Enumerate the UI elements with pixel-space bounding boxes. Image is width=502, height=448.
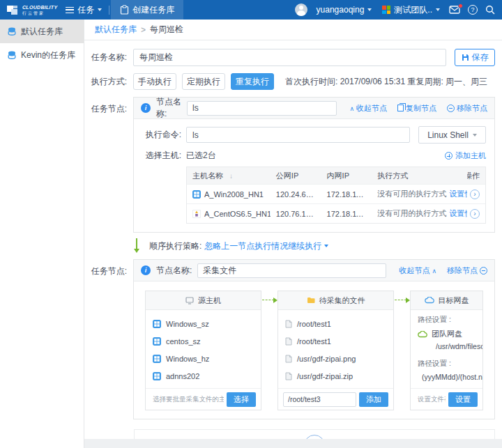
- command-input[interactable]: [186, 127, 410, 143]
- chevron-down-icon: [436, 8, 440, 11]
- help-button[interactable]: [468, 5, 478, 15]
- col-public-ip: 公网IP: [271, 171, 321, 181]
- sidebar-item-label: Kevin的任务库: [21, 49, 75, 61]
- user-menu[interactable]: yuangaoqing: [315, 0, 374, 20]
- file-pattern-row[interactable]: (yyyMMdd)/(host.name).zip: [418, 373, 476, 381]
- remove-node-link[interactable]: 移除节点: [447, 103, 487, 114]
- chevron-down-icon: [324, 245, 328, 247]
- schedule-text: 首次执行时间: 2017/09/06 15:31 重复周期: 周一、周三: [285, 76, 487, 88]
- add-host-link[interactable]: 添加主机: [445, 150, 486, 161]
- list-item[interactable]: Windows_hz: [153, 350, 254, 367]
- set-shortcut-link[interactable]: 设置快捷方式: [449, 189, 467, 199]
- go-circle-icon[interactable]: [470, 190, 480, 199]
- sidebar: 默认任务库 Kevin的任务库: [0, 20, 84, 448]
- target-drive-header: 目标网盘: [411, 291, 482, 310]
- logo-subtitle: 行云管家: [22, 11, 57, 15]
- node-2-name-input[interactable]: [197, 263, 386, 278]
- shell-select-value: Linux Shell: [427, 130, 469, 140]
- list-item[interactable]: /usr/gdf-zipai.zip: [285, 367, 386, 385]
- file-pattern: (yyyMMdd)/(host.name).zip: [422, 373, 482, 381]
- main-area: 默认任务库 > 每周巡检 任务名称: 保存 执行方式: [84, 20, 502, 448]
- list-item[interactable]: Windows_sz: [153, 315, 254, 332]
- file-icon: [285, 337, 292, 346]
- hint-text: 设置文件存放到网盘的路径: [418, 395, 446, 404]
- list-item[interactable]: /root/test1: [285, 315, 386, 332]
- list-item[interactable]: centos_sz: [153, 332, 254, 350]
- mode-repeat-button[interactable]: 重复执行: [231, 73, 274, 90]
- collapse-node-link[interactable]: 收起节点: [399, 265, 436, 276]
- messages-button[interactable]: [449, 6, 460, 14]
- col-private-ip: 内网IP: [321, 171, 372, 181]
- exec-mode-row: 执行方式: 手动执行 定期执行 重复执行 首次执行时间: 2017/09/06 …: [86, 73, 495, 90]
- target-drive-content: 路径设置 : 团队网盘: [411, 310, 482, 388]
- team-drive-row[interactable]: 团队网盘: [418, 329, 476, 339]
- breadcrumb-current: 每周巡检: [150, 24, 183, 36]
- database-icon: [8, 27, 16, 36]
- breadcrumb: 默认任务库 > 每周巡检: [84, 20, 502, 40]
- exec-mode-label: 执行方式:: [86, 76, 127, 88]
- host-name: A_Win2008_HN1: [204, 190, 264, 199]
- strategy-select[interactable]: 忽略上一节点执行情况继续执行: [204, 240, 328, 252]
- go-circle-icon[interactable]: [470, 209, 480, 219]
- task-name-input[interactable]: [133, 49, 446, 66]
- copy-node-link[interactable]: 复制节点: [397, 103, 436, 114]
- windows-os-icon: [153, 337, 161, 346]
- drive-path-row[interactable]: /usr/wdm/filescollect: [432, 342, 476, 350]
- right-arrow-green-icon: [261, 291, 277, 410]
- node-1-body: 执行命令: Linux Shell 选择主机: 已选2台: [134, 119, 494, 232]
- set-shortcut-link[interactable]: 设置快捷方式: [449, 208, 467, 219]
- avatar[interactable]: [295, 3, 307, 16]
- monitor-icon: [185, 297, 194, 304]
- folder-icon: [307, 297, 315, 304]
- node-name-label: 节点名称:: [156, 265, 192, 277]
- create-task-library-label: 创建任务库: [132, 4, 174, 16]
- copy-node-label: 复制节点: [406, 103, 436, 114]
- task-node-2-row: 任务节点: 节点名称: 收起节点 移除节点: [86, 259, 495, 419]
- node-1-actions: 收起节点 复制节点 移除节点: [342, 103, 487, 114]
- task-name-label: 任务名称:: [86, 52, 127, 63]
- shell-select[interactable]: Linux Shell: [418, 126, 486, 144]
- mode-manual-button[interactable]: 手动执行: [133, 73, 176, 90]
- set-path-button[interactable]: 设置: [448, 392, 478, 407]
- sidebar-item-kevin-library[interactable]: Kevin的任务库: [0, 43, 84, 67]
- chevron-down-icon: [367, 8, 372, 11]
- target-drive-panel: 目标网盘 路径设置 : 团队网盘: [410, 291, 483, 410]
- col-operation: 操作: [467, 171, 485, 181]
- node-2-header: 节点名称: 收起节点 移除节点: [134, 260, 494, 281]
- list-item[interactable]: /usr/gdf-zipai.png: [285, 350, 386, 367]
- windows-os-icon: [192, 190, 201, 199]
- collapse-node-label: 收起节点: [399, 265, 429, 276]
- hosts-row: 选择主机: 已选2台 添加主机: [139, 150, 486, 162]
- choose-hosts-button[interactable]: 选择: [227, 392, 256, 407]
- save-button[interactable]: 保存: [455, 49, 495, 66]
- operation-cell: [467, 190, 485, 199]
- host-label: centos_sz: [166, 337, 201, 346]
- create-task-library-tab[interactable]: 创建任务库: [111, 0, 183, 20]
- team-menu[interactable]: 测试团队..: [381, 0, 441, 20]
- node-1-name-input[interactable]: [187, 101, 337, 116]
- search-button[interactable]: [485, 5, 495, 15]
- file-icon: [285, 320, 292, 328]
- sidebar-item-default-library[interactable]: 默认任务库: [0, 20, 84, 43]
- list-item[interactable]: /root/test1: [285, 332, 386, 350]
- collect-files-footer: 添加: [278, 388, 393, 410]
- hint-text: 选择要批量采集文件的主机: [153, 395, 224, 404]
- sort-down-icon[interactable]: [229, 172, 233, 180]
- windows-os-icon: [153, 320, 161, 328]
- drive-path: /usr/wdm/filescollect: [436, 342, 482, 350]
- collapse-node-link[interactable]: 收起节点: [349, 103, 387, 114]
- list-item[interactable]: adnns202: [153, 367, 254, 385]
- new-file-path-input[interactable]: [283, 392, 356, 407]
- strategy-row: 顺序执行策略: 忽略上一节点执行情况继续执行: [134, 237, 495, 255]
- add-file-button[interactable]: 添加: [359, 392, 388, 407]
- file-icon: [285, 355, 292, 363]
- windows-os-icon: [153, 355, 161, 363]
- breadcrumb-parent-link[interactable]: 默认任务库: [95, 24, 137, 36]
- mode-scheduled-button[interactable]: 定期执行: [182, 73, 225, 90]
- host-table-header: 主机名称 公网IP 内网IP 执行方式 操作: [187, 167, 485, 184]
- task-menu[interactable]: 任务: [60, 0, 107, 20]
- remove-node-link[interactable]: 移除节点: [447, 265, 487, 276]
- app-logo[interactable]: CLOUDBILITY 行云管家: [3, 3, 60, 17]
- remove-node-label: 移除节点: [447, 265, 478, 276]
- add-node-card[interactable]: 添加节点内容: [134, 429, 495, 439]
